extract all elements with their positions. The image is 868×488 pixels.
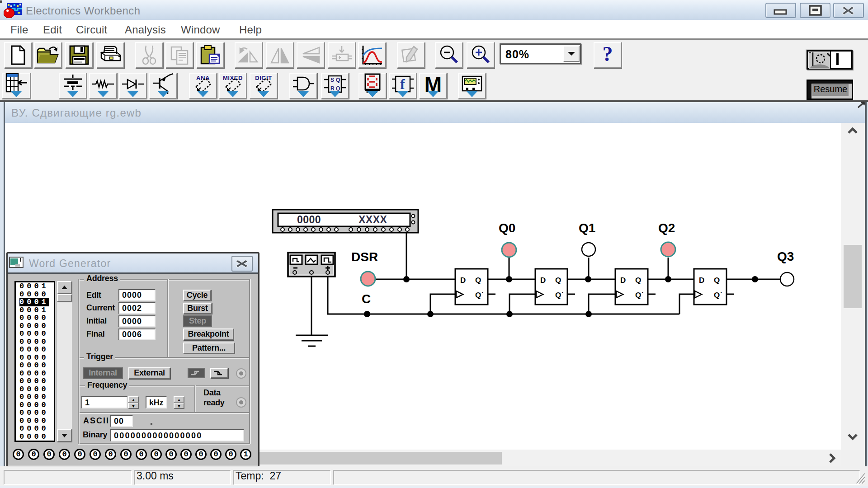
svg-text:D: D [699, 276, 704, 285]
svg-text:D: D [540, 276, 546, 285]
svg-text:DSR: DSR [351, 250, 378, 264]
svg-text:D: D [460, 276, 466, 285]
svg-text:0000: 0000 [297, 214, 321, 225]
svg-text:Q´: Q´ [475, 291, 484, 300]
svg-text:D: D [620, 276, 626, 285]
svg-text:Q3: Q3 [777, 249, 794, 263]
svg-text:XXXX: XXXX [359, 214, 387, 225]
svg-text:Q: Q [714, 276, 720, 285]
svg-text:Q1: Q1 [579, 221, 595, 235]
svg-text:Q´: Q´ [714, 291, 722, 300]
svg-text:Q0: Q0 [499, 221, 515, 235]
svg-text:Q´: Q´ [635, 291, 644, 300]
svg-text:Q2: Q2 [658, 221, 675, 235]
svg-text:Q: Q [635, 276, 641, 285]
svg-text:Q´: Q´ [555, 291, 564, 300]
svg-text:Q: Q [475, 276, 481, 285]
svg-text:Q: Q [555, 276, 561, 285]
svg-text:C: C [362, 292, 371, 306]
